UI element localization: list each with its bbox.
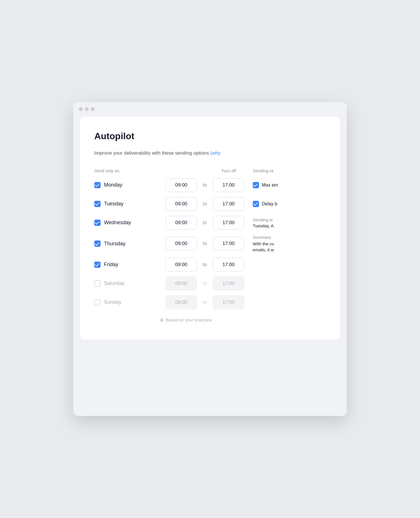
friday-checkbox[interactable]: [94, 262, 101, 268]
window-chrome: [73, 102, 347, 114]
wednesday-start-input[interactable]: 09:00: [166, 216, 197, 230]
max-em-checkbox[interactable]: [253, 182, 259, 188]
sending-rate-header: Sending ra: [253, 168, 274, 173]
tuesday-label: Tuesday: [104, 201, 123, 207]
thursday-checkbox[interactable]: [94, 240, 101, 247]
window-dot-3: [91, 107, 95, 111]
day-row-sunday: Sunday 09:00 to 17:00: [94, 296, 326, 309]
delay-b-row: Delay b: [253, 201, 277, 207]
thursday-start-input[interactable]: 09:00: [166, 237, 197, 250]
turn-off-header: Turn off: [213, 168, 244, 173]
thursday-checkbox-wrap: Thursday: [94, 240, 157, 247]
subtitle: Improve your deliverability with these s…: [94, 149, 326, 157]
saturday-end-input[interactable]: 17:00: [213, 277, 244, 290]
wednesday-end-input[interactable]: 17:00: [213, 216, 244, 230]
summary-section: Summary With the cuemails, it w: [253, 235, 274, 253]
tuesday-end-input[interactable]: 17:00: [213, 197, 244, 211]
friday-to-label: to: [201, 262, 208, 268]
timezone-note: ⊕ Based on your timezone: [160, 317, 326, 323]
max-em-label: Max em: [262, 183, 278, 188]
thursday-to-label: to: [201, 241, 208, 246]
day-row-saturday: Saturday 09:00 to 17:00: [94, 277, 326, 290]
saturday-start-input[interactable]: 09:00: [166, 277, 197, 290]
saturday-label: Saturday: [104, 280, 125, 286]
monday-checkbox[interactable]: [94, 182, 101, 188]
sending-window-value: Tuesday, A: [253, 223, 274, 228]
sunday-label: Sunday: [104, 299, 121, 305]
sending-window-label: Sending w: [253, 217, 274, 222]
friday-start-input[interactable]: 09:00: [166, 258, 197, 272]
sending-window-section: Sending w Tuesday, A: [253, 217, 274, 228]
wednesday-checkbox[interactable]: [94, 220, 101, 226]
saturday-checkbox[interactable]: [94, 280, 101, 287]
monday-checkbox-wrap: Monday: [94, 182, 157, 188]
day-row-wednesday: Wednesday 09:00 to 17:00 Sending w Tuesd…: [94, 216, 326, 230]
tuesday-checkbox-wrap: Tuesday: [94, 201, 157, 207]
day-rows-container: Monday 09:00 to 17:00 Max em Tuesday: [94, 178, 326, 314]
tuesday-checkbox[interactable]: [94, 201, 101, 207]
sunday-start-input[interactable]: 09:00: [166, 296, 197, 309]
main-card: Autopilot Improve your deliverability wi…: [80, 117, 340, 340]
monday-start-input[interactable]: 09:00: [166, 178, 197, 192]
day-row-thursday: Thursday 09:00 to 17:00 Summary With the…: [94, 235, 326, 253]
sunday-end-input[interactable]: 17:00: [213, 296, 244, 309]
window-dot-1: [79, 107, 83, 111]
delay-b-label: Delay b: [262, 201, 277, 207]
day-row-friday: Friday 09:00 to 17:00: [94, 258, 326, 272]
timezone-text: Based on your timezone: [166, 317, 212, 322]
thursday-label: Thursday: [104, 241, 125, 247]
tuesday-to-label: to: [201, 201, 208, 207]
sunday-checkbox-wrap: Sunday: [94, 299, 157, 305]
subtitle-link[interactable]: (why: [210, 150, 221, 156]
page-title: Autopilot: [94, 131, 326, 141]
app-window: Autopilot Improve your deliverability wi…: [73, 102, 347, 416]
wednesday-checkbox-wrap: Wednesday: [94, 220, 157, 226]
thursday-end-input[interactable]: 17:00: [213, 237, 244, 250]
globe-icon: ⊕: [160, 317, 164, 323]
subtitle-text: Improve your deliverability with these s…: [94, 150, 210, 156]
window-dot-2: [85, 107, 89, 111]
sunday-to-label: to: [201, 300, 208, 305]
monday-label: Monday: [104, 182, 122, 188]
day-row-tuesday: Tuesday 09:00 to 17:00 Delay b: [94, 197, 326, 211]
delay-b-checkbox[interactable]: [253, 201, 259, 207]
schedule-header: Send only on Turn off Sending ra: [94, 168, 326, 173]
monday-end-input[interactable]: 17:00: [213, 178, 244, 192]
send-only-on-header: Send only on: [94, 168, 157, 173]
friday-end-input[interactable]: 17:00: [213, 258, 244, 272]
card-inner: Autopilot Improve your deliverability wi…: [94, 131, 326, 323]
saturday-checkbox-wrap: Saturday: [94, 280, 157, 287]
summary-label: Summary: [253, 235, 274, 240]
sunday-checkbox[interactable]: [94, 299, 101, 305]
wednesday-to-label: to: [201, 220, 208, 226]
day-row-monday: Monday 09:00 to 17:00 Max em: [94, 178, 326, 192]
summary-value: With the cuemails, it w: [253, 241, 274, 253]
saturday-to-label: to: [201, 281, 208, 286]
friday-label: Friday: [104, 262, 118, 268]
monday-to-label: to: [201, 182, 208, 188]
friday-checkbox-wrap: Friday: [94, 262, 157, 268]
wednesday-label: Wednesday: [104, 220, 131, 226]
tuesday-start-input[interactable]: 09:00: [166, 197, 197, 211]
max-em-row: Max em: [253, 182, 278, 188]
